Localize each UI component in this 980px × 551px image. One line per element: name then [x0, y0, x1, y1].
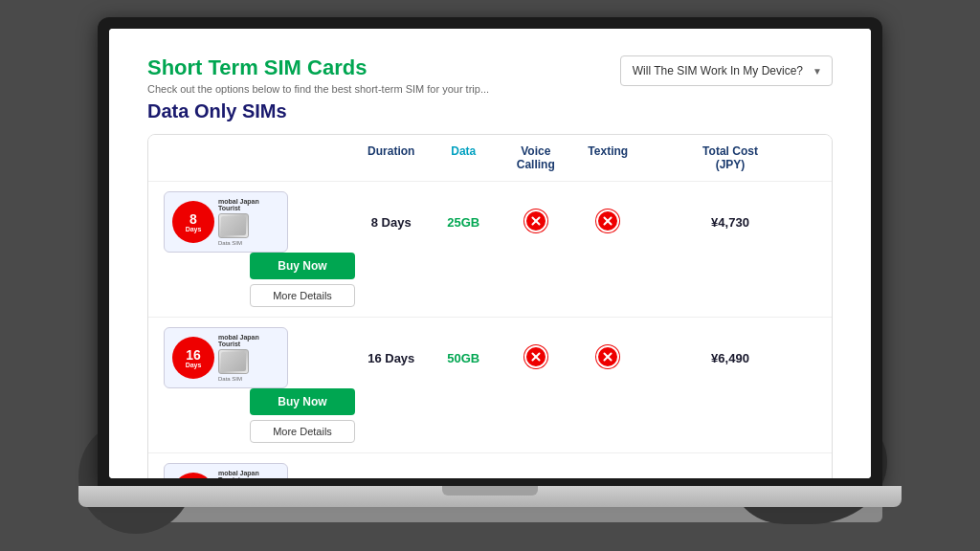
data-16: 50GB: [428, 351, 501, 365]
section-title: Data Only SIMs: [147, 100, 833, 122]
sim-card-visual-1: 8 Days mobal Japan Tourist Data SIM: [164, 191, 355, 253]
duration-16: 16 Days: [355, 351, 428, 365]
col-header-duration: Duration: [355, 144, 428, 171]
col-header-empty: [164, 144, 355, 171]
device-compatibility-dropdown[interactable]: Will The SIM Work In My Device? ▼: [620, 55, 833, 86]
voice-16: [500, 345, 572, 371]
sim-badge-31days: 31 Days: [172, 473, 214, 478]
sim-chip-16: [218, 349, 249, 374]
no-voice-icon-16: [524, 345, 547, 368]
sim-badge-8days: 8 Days: [172, 201, 214, 243]
col-header-data: Data: [428, 144, 501, 171]
cost-16: ¥6,490: [644, 351, 816, 365]
page-content: Short Term SIM Cards Check out the optio…: [109, 29, 871, 478]
buy-now-button-8[interactable]: Buy Now: [250, 253, 355, 279]
sim-chip: [218, 213, 249, 238]
sim-card-visual-3: 31 Days mobal Japan Tourist Data SIM: [164, 463, 355, 478]
duration-8: 8 Days: [355, 215, 428, 230]
table-row: 16 Days mobal Japan Tourist Data SIM: [148, 318, 832, 453]
table-header: Duration Data VoiceCalling Texting Total…: [148, 135, 832, 182]
sim-card-visual-2: 16 Days mobal Japan Tourist Data SIM: [164, 327, 355, 388]
chevron-down-icon: ▼: [813, 66, 822, 77]
sim-label-area-16: mobal Japan Tourist Data SIM: [218, 334, 279, 382]
laptop-base: [78, 486, 902, 507]
col-header-voice: VoiceCalling: [500, 144, 572, 171]
texting-8: [572, 209, 645, 235]
table-row: 31 Days mobal Japan Tourist Data SIM: [148, 453, 832, 478]
btn-group-8: Buy Now More Details: [164, 253, 355, 307]
laptop-screen: Short Term SIM Cards Check out the optio…: [98, 17, 882, 486]
no-texting-icon: [596, 209, 619, 232]
page-subtitle: Check out the options below to find the …: [147, 83, 489, 95]
title-area: Short Term SIM Cards Check out the optio…: [147, 55, 489, 95]
data-8: 25GB: [428, 215, 501, 230]
col-header-cost: Total Cost(JPY): [644, 144, 816, 171]
btn-group-16: Buy Now More Details: [164, 388, 355, 443]
more-details-button-16[interactable]: More Details: [250, 420, 355, 443]
sim-label-area-31: mobal Japan Tourist Data SIM: [218, 470, 279, 478]
page-title: Short Term SIM Cards: [147, 55, 489, 80]
page-header: Short Term SIM Cards Check out the optio…: [147, 55, 833, 95]
laptop-screen-inner: Short Term SIM Cards Check out the optio…: [109, 29, 871, 478]
buy-now-button-16[interactable]: Buy Now: [250, 388, 355, 415]
laptop-wrapper: Short Term SIM Cards Check out the optio…: [78, 17, 902, 534]
no-texting-icon-16: [596, 345, 619, 368]
table-row: 8 Days mobal Japan Tourist Data SIM: [148, 182, 832, 318]
sim-table: Duration Data VoiceCalling Texting Total…: [147, 134, 833, 478]
col-header-texting: Texting: [572, 144, 645, 171]
cost-8: ¥4,730: [644, 215, 816, 230]
voice-8: [500, 209, 572, 235]
sim-label-area: mobal Japan Tourist Data SIM: [218, 198, 279, 246]
no-voice-icon: [524, 209, 547, 232]
texting-16: [572, 345, 645, 371]
page-title-accent: SIM Cards: [264, 55, 368, 79]
sim-badge-16days: 16 Days: [172, 337, 214, 379]
dropdown-label: Will The SIM Work In My Device?: [633, 64, 803, 77]
page-title-plain: Short Term: [147, 55, 264, 79]
more-details-button-8[interactable]: More Details: [250, 284, 355, 307]
